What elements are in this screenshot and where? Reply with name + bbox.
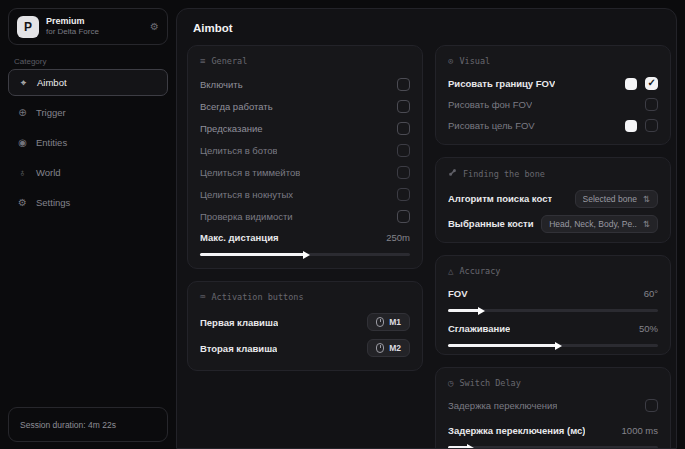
fov-label: FOV (448, 288, 468, 299)
sidebar-item-aimbot[interactable]: ⌖ Aimbot (8, 69, 168, 96)
slider-thumb[interactable] (303, 251, 310, 259)
page-title: Aimbot (193, 22, 233, 34)
checkbox-switch-delay[interactable] (645, 399, 658, 412)
row-label: Проверка видимости (200, 211, 293, 222)
switch-delay-ms-label: Задержка переключения (мс) (448, 425, 585, 436)
second-key-value: M2 (389, 343, 401, 353)
sidebar-item-label: Settings (36, 197, 70, 208)
session-duration-text: Session duration: 4m 22s (20, 420, 116, 430)
selected-bones-value: Head, Neck, Body, Pe.. (549, 219, 637, 229)
row-label: Всегда работать (200, 101, 273, 112)
main-panel: Aimbot ≡ General Включить Всегда работат… (176, 8, 677, 449)
checkbox-prediction[interactable] (397, 122, 410, 135)
first-key-label: Первая клавиша (200, 317, 278, 328)
checkbox-draw-fov-target[interactable] (645, 119, 658, 132)
checkbox-target-bots[interactable] (397, 144, 410, 157)
brand-logo: P (17, 16, 39, 38)
sidebar-nav: ⌖ Aimbot ⊕ Trigger ◉ Entities ♁ World ⚙ … (8, 69, 168, 219)
checkbox-draw-fov-border[interactable] (645, 77, 658, 90)
checkbox-enable[interactable] (397, 78, 410, 91)
triangle-icon: △ (448, 266, 453, 276)
sidebar: P Premium for Delta Force ⚙ Category ⌖ A… (0, 0, 175, 449)
unfold-icon: ⇅ (643, 194, 650, 204)
settings-gear-icon: ⚙ (17, 197, 28, 208)
sidebar-item-label: World (36, 167, 61, 178)
selected-bones-label: Выбранные кости (448, 218, 534, 229)
gear-icon[interactable]: ⚙ (150, 21, 159, 32)
visual-card: ⊙ Visual Рисовать границу FOV Рисовать ф… (435, 45, 671, 145)
switch-delay-card-title: Switch Delay (459, 378, 520, 388)
first-key-button[interactable]: M1 (367, 313, 410, 331)
keyboard-icon: ⌨ (200, 292, 205, 302)
row-label: Рисовать цель FOV (448, 120, 535, 131)
switch-delay-card: ◷ Switch Delay Задержка переключения Зад… (435, 367, 671, 449)
sidebar-item-label: Trigger (36, 107, 66, 118)
switch-delay-ms-value: 1000 ms (622, 425, 658, 436)
session-duration-card: Session duration: 4m 22s (8, 407, 168, 442)
checkbox-visibility-check[interactable] (397, 210, 410, 223)
activation-card-title: Activation buttons (211, 292, 303, 302)
world-icon: ♁ (17, 167, 28, 178)
brand-card: P Premium for Delta Force ⚙ (8, 8, 168, 45)
sidebar-item-entities[interactable]: ◉ Entities (8, 129, 168, 156)
app-window: P Premium for Delta Force ⚙ Category ⌖ A… (0, 0, 685, 449)
row-label: Рисовать границу FOV (448, 78, 555, 89)
switch-delay-toggle-label: Задержка переключения (448, 400, 557, 411)
general-card: ≡ General Включить Всегда работать Предс… (187, 45, 423, 269)
fov-border-color-swatch[interactable] (625, 78, 637, 90)
row-label: Целиться в тиммейтов (200, 167, 300, 178)
brand-subtitle: for Delta Force (46, 27, 143, 37)
sliders-icon: ≡ (200, 56, 205, 66)
fov-slider[interactable] (448, 309, 658, 312)
smoothing-slider[interactable] (448, 344, 658, 347)
brand-title: Premium (46, 16, 143, 27)
entities-icon: ◉ (17, 137, 28, 148)
checkbox-always-work[interactable] (397, 100, 410, 113)
sidebar-item-trigger[interactable]: ⊕ Trigger (8, 99, 168, 126)
slider-thumb[interactable] (467, 444, 474, 449)
bone-algorithm-select[interactable]: Selected bone ⇅ (575, 190, 658, 208)
first-key-value: M1 (389, 317, 401, 327)
sidebar-item-world[interactable]: ♁ World (8, 159, 168, 186)
row-label: Рисовать фон FOV (448, 99, 532, 110)
unfold-icon: ⇅ (643, 219, 650, 229)
mouse-icon (376, 343, 384, 353)
second-key-button[interactable]: M2 (367, 339, 410, 357)
sidebar-item-label: Aimbot (37, 77, 67, 88)
checkbox-target-teammates[interactable] (397, 166, 410, 179)
fov-value: 60° (644, 288, 658, 299)
row-label: Предсказание (200, 123, 263, 134)
visual-card-title: Visual (459, 56, 490, 66)
second-key-label: Вторая клавиша (200, 343, 277, 354)
smoothing-label: Сглаживание (448, 323, 510, 334)
row-label: Целиться в нокнутых (200, 189, 293, 200)
category-label: Category (14, 57, 46, 66)
row-label: Целиться в ботов (200, 145, 277, 156)
fov-target-color-swatch[interactable] (625, 120, 637, 132)
bone-algorithm-label: Алгоритм поиска костей (448, 193, 552, 204)
checkbox-target-knocked[interactable] (397, 188, 410, 201)
finding-bone-card: Finding the bone Алгоритм поиска костей … (435, 157, 671, 243)
max-distance-value: 250m (386, 232, 410, 243)
slider-thumb[interactable] (478, 307, 485, 315)
smoothing-value: 50% (639, 323, 658, 334)
eye-icon: ⊙ (448, 56, 453, 66)
accuracy-card-title: Accuracy (459, 266, 500, 276)
sidebar-item-label: Entities (36, 137, 67, 148)
bone-algorithm-value: Selected bone (583, 194, 637, 204)
activation-buttons-card: ⌨ Activation buttons Первая клавиша M1 В… (187, 281, 423, 371)
selected-bones-select[interactable]: Head, Neck, Body, Pe.. ⇅ (541, 215, 658, 233)
crosshair-icon: ⌖ (18, 77, 29, 89)
slider-thumb[interactable] (555, 342, 562, 350)
checkbox-draw-fov-background[interactable] (645, 98, 658, 111)
timer-icon: ◷ (448, 378, 453, 388)
trigger-icon: ⊕ (17, 107, 28, 118)
max-distance-label: Макс. дистанция (200, 232, 279, 243)
bone-card-title: Finding the bone (463, 169, 545, 179)
max-distance-slider[interactable] (200, 253, 410, 256)
sidebar-item-settings[interactable]: ⚙ Settings (8, 189, 168, 216)
mouse-icon (376, 317, 384, 327)
row-label: Включить (200, 79, 243, 90)
accuracy-card: △ Accuracy FOV 60° Сглаживание 50% (435, 255, 671, 355)
general-card-title: General (211, 56, 247, 66)
